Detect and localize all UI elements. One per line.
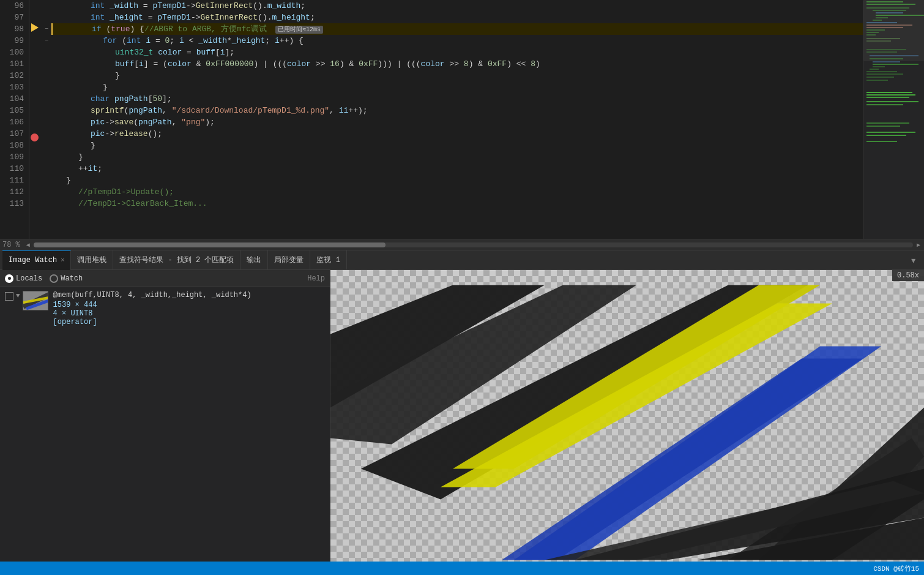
- code-line-107: pic->release();: [51, 128, 924, 140]
- tab-find-results-label: 查找符号结果 - 找到 2 个匹配项: [119, 255, 234, 265]
- locals-radio[interactable]: Locals: [5, 274, 42, 283]
- tab-watch1[interactable]: 监视 1: [310, 250, 346, 270]
- zoom-label: 78 %: [2, 241, 20, 249]
- tab-output[interactable]: 输出: [240, 250, 268, 270]
- tab-find-results[interactable]: 查找符号结果 - 找到 2 个匹配项: [113, 250, 240, 270]
- locals-label: Locals: [16, 274, 42, 283]
- code-editor: 96 97 98 99 100 101 102 103 104 105 106 …: [0, 0, 924, 239]
- zoom-value: 0.58x: [897, 271, 919, 280]
- line-num-112: 112: [5, 186, 24, 198]
- line-numbers: 96 97 98 99 100 101 102 103 104 105 106 …: [0, 0, 29, 239]
- help-button[interactable]: Help: [307, 274, 325, 283]
- watch-label: Watch: [61, 274, 83, 283]
- code-line-99: for (int i = 0; i < _width*_height; i++)…: [51, 35, 924, 47]
- thumbnail-svg: [23, 291, 48, 310]
- line-num-107: 107: [5, 128, 24, 140]
- code-content: int _width = pTempD1->GetInnerRect().m_w…: [51, 0, 924, 239]
- zoom-display: 0.58x: [892, 270, 924, 281]
- line-num-96: 96: [5, 0, 24, 12]
- svg-rect-35: [866, 126, 900, 127]
- code-line-98: if (true) {//ABGR to ARGB, 方便mfc调试 已用时间≈…: [51, 23, 924, 35]
- debug-arrow-icon: [31, 23, 39, 32]
- line-num-103: 103: [5, 81, 24, 93]
- tab-image-watch-label: Image Watch: [9, 256, 57, 265]
- breakpoint-dot-icon: [31, 133, 39, 141]
- scroll-right-button[interactable]: ▶: [915, 241, 922, 249]
- line-num-106: 106: [5, 116, 24, 128]
- image-preview-svg: [330, 270, 924, 575]
- tree-item-details: @mem(buff,UINT8, 4, _width,_height, _wid…: [53, 291, 251, 326]
- svg-rect-23: [873, 66, 885, 67]
- line-num-100: 100: [5, 47, 24, 58]
- line-num-111: 111: [5, 175, 24, 186]
- code-line-100: uint32_t color = buff[i];: [51, 47, 924, 58]
- svg-rect-21: [873, 61, 900, 62]
- watch-radio-circle: [50, 274, 58, 283]
- line-num-105: 105: [5, 105, 24, 116]
- tab-call-stack[interactable]: 调用堆栈: [71, 250, 113, 270]
- code-line-106: pic->save(pngPath, "png");: [51, 116, 924, 128]
- code-line-101: buff[i] = (color & 0xFF000000) | (((colo…: [51, 58, 924, 70]
- tab-call-stack-label: 调用堆栈: [77, 255, 106, 265]
- line-num-108: 108: [5, 140, 24, 151]
- scroll-left-button[interactable]: ◀: [25, 241, 31, 249]
- code-line-109: }: [51, 151, 924, 163]
- svg-rect-32: [866, 101, 918, 102]
- tab-image-watch[interactable]: Image Watch ×: [2, 250, 71, 270]
- scroll-track[interactable]: [34, 242, 913, 247]
- svg-rect-22: [873, 64, 918, 65]
- imagewatch-left-panel: Locals Watch Help ▼: [0, 270, 330, 575]
- status-bar: CSDN @砖竹15: [0, 562, 924, 575]
- gutter: [29, 0, 42, 239]
- tree-item-type: 4 × UINT8: [53, 309, 251, 318]
- minimap[interactable]: [863, 0, 924, 239]
- svg-rect-38: [866, 141, 897, 142]
- svg-rect-39: [863, 0, 924, 61]
- code-line-97: int _height = pTempD1->GetInnerRect().m_…: [51, 12, 924, 23]
- line-num-109: 109: [5, 151, 24, 163]
- svg-rect-24: [870, 69, 879, 70]
- imagewatch-right-panel[interactable]: 0.58x: [330, 270, 924, 575]
- collapse-column: − −: [42, 0, 51, 239]
- line-num-99: 99: [5, 35, 24, 47]
- code-line-113: //TempD1->ClearBack_Item...: [51, 198, 924, 209]
- status-csdn: CSDN @砖竹15: [873, 564, 919, 573]
- line-num-104: 104: [5, 93, 24, 105]
- tab-locals[interactable]: 局部变量: [268, 250, 310, 270]
- svg-rect-34: [866, 122, 909, 124]
- code-line-112: //pTempD1->Update();: [51, 186, 924, 198]
- code-line-103: }: [51, 81, 924, 93]
- tab-image-watch-close[interactable]: ×: [61, 257, 64, 264]
- tab-watch1-label: 监视 1: [316, 255, 340, 265]
- line-num-98: 98: [5, 23, 24, 35]
- tree-item-label: @mem(buff,UINT8, 4, _width,_height, _wid…: [53, 291, 251, 299]
- svg-rect-25: [866, 71, 897, 72]
- horizontal-scrollbar[interactable]: 78 % ◀ ▶: [0, 239, 924, 250]
- collapse-btn-99[interactable]: −: [45, 37, 48, 44]
- code-line-102: }: [51, 70, 924, 81]
- tabs-dropdown-button[interactable]: ▾: [905, 254, 922, 267]
- tree-item-thumbnail: [23, 291, 48, 310]
- code-line-111: }: [51, 175, 924, 186]
- time-badge: 已用时间≈12ms: [275, 26, 323, 34]
- code-line-110: ++it;: [51, 163, 924, 175]
- svg-rect-37: [866, 135, 906, 136]
- svg-rect-36: [866, 132, 915, 133]
- tree-item-mem[interactable]: ▼ @mem(buff,UINT8,: [0, 287, 330, 329]
- svg-rect-26: [866, 73, 903, 75]
- watch-radio[interactable]: Watch: [50, 274, 83, 283]
- tree-item-dimensions: 1539 × 444: [53, 301, 251, 309]
- tree-expand-icon[interactable]: ▼: [16, 292, 20, 299]
- code-line-104: char pngPath[50];: [51, 93, 924, 105]
- scroll-thumb[interactable]: [34, 242, 386, 247]
- svg-rect-31: [866, 97, 909, 98]
- tab-output-label: 输出: [247, 255, 261, 265]
- tree-view: ▼ @mem(buff,UINT8,: [0, 287, 330, 575]
- view-mode-selector: Locals Watch: [5, 274, 83, 283]
- bottom-panel: Image Watch × 调用堆栈 查找符号结果 - 找到 2 个匹配项 输出…: [0, 250, 924, 575]
- tab-locals-label: 局部变量: [274, 255, 304, 265]
- tree-item-checkbox[interactable]: [5, 292, 13, 301]
- collapse-btn-98[interactable]: −: [45, 26, 48, 32]
- code-line-96: int _width = pTempD1->GetInnerRect().m_w…: [51, 0, 924, 12]
- imagewatch-content: Locals Watch Help ▼: [0, 270, 924, 575]
